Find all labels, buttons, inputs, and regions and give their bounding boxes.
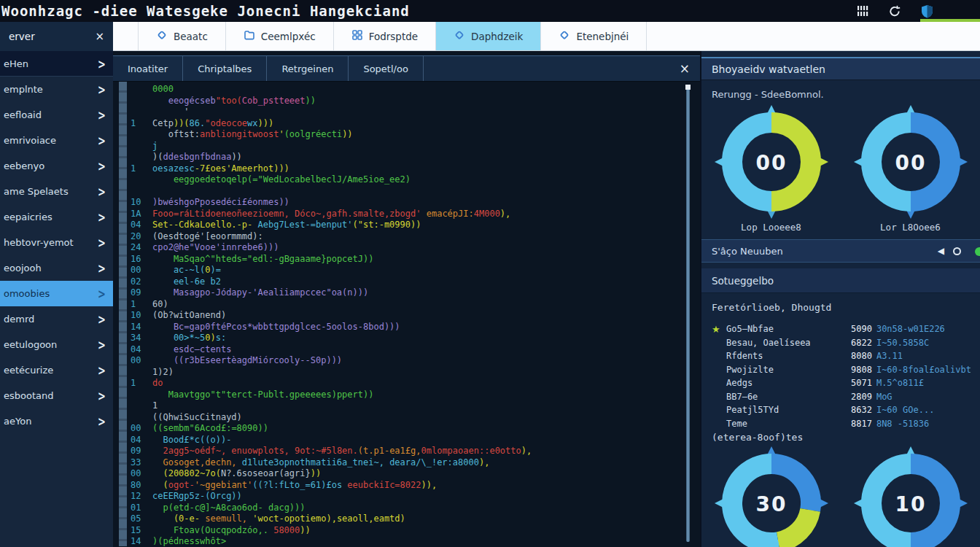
line-content: ac-~l(0)= xyxy=(152,265,221,276)
code-line: 10(Ob?witOanend) xyxy=(131,310,685,322)
line-number: 1 xyxy=(131,299,152,311)
line-content: Bood£*c((o))- xyxy=(152,435,231,446)
line-content: Masagpo-Jódapy-'Aealiiampccec"oa(n))) xyxy=(152,287,368,299)
line-content: 1 xyxy=(152,400,158,412)
code-gutter xyxy=(119,82,127,546)
sidebar-item-3[interactable]: eefloaid> xyxy=(0,102,113,128)
sidebar-item-8[interactable]: hebtovr-yemot> xyxy=(0,230,113,255)
code-line: 1AFooo=ráLtidoeneoñeezioemn, Dóco~,gafh.… xyxy=(131,209,685,220)
code-line: eeogécseb"too(Cob_pstteeet)) xyxy=(131,96,685,107)
line-number: 09 xyxy=(131,446,152,457)
gauge-cell-3: 30 xyxy=(701,445,841,547)
line-content: (200802~7o(N?.6soseoar(agri})) xyxy=(152,468,321,480)
toolbar-button-2[interactable]: Ceemlpxéc xyxy=(225,22,333,50)
circle-icon[interactable] xyxy=(953,247,961,255)
right-panel-title: Bhoyaeidv watvaetlen xyxy=(712,63,825,75)
code-line: 14)(pédnesswhôt> xyxy=(131,536,685,546)
detail-value: I~60 GOe... xyxy=(876,405,934,415)
code-lines: 0000 eeogécseb"too(Cob_pstteeet)) '1Cetp… xyxy=(131,84,685,546)
toolbar-buttons: BeaatcCeemlpxécFodrsptdeDaphdzeikEtenebj… xyxy=(138,22,647,50)
sidebar-item-9[interactable]: eoojooh> xyxy=(0,255,113,281)
detail-number: 2809 xyxy=(851,392,872,402)
line-number xyxy=(131,141,152,152)
server-label: erver xyxy=(9,31,35,42)
tab-4[interactable]: Sopetl/oo xyxy=(349,56,423,81)
line-number: 14 xyxy=(131,322,152,333)
code-line: 16 MaSqao^"hteds="edl:-gBgaaame}popcetJ)… xyxy=(131,254,685,265)
line-number: 01 xyxy=(131,503,152,514)
sidebar-item-4[interactable]: emrivoiace> xyxy=(0,128,113,153)
sidebar-item-11[interactable]: demrd> xyxy=(0,306,113,332)
line-content: Bc=gap0ftéPcos*wbbttgpdglcec-5oolos-8bod… xyxy=(152,322,400,333)
table-row: BB7—6e2809MoG xyxy=(701,390,980,404)
toolbar-button-3[interactable]: Fodrsptde xyxy=(333,22,435,50)
toolbar-button-4[interactable]: Daphdzeik xyxy=(435,22,540,50)
sidebar-item-7[interactable]: eepaicries> xyxy=(0,204,113,230)
refresh-icon[interactable] xyxy=(888,4,901,18)
detail-label: Rfdents xyxy=(701,351,851,361)
tab-1[interactable]: Inoatiter xyxy=(113,56,183,81)
line-number xyxy=(131,186,152,198)
toolbar-button-label: Fodrsptde xyxy=(369,31,418,42)
line-content: ceEERgp5z-(Orcg)) xyxy=(152,491,242,503)
server-close-button[interactable]: × xyxy=(95,30,104,43)
chevron-right-icon: > xyxy=(98,82,106,96)
line-content: Ftoav(Oucqpodzóo,. 58000)) xyxy=(152,525,311,537)
detail-number: 5090 xyxy=(851,324,872,334)
toolbar-button-label: Etenebjnéi xyxy=(576,31,629,42)
code-line: 04 Bood£*c((o))- xyxy=(131,435,685,446)
line-content: ' xyxy=(152,106,190,118)
gauge-1: 00 xyxy=(713,104,830,220)
line-number xyxy=(131,96,152,107)
code-line: )(ddesbgnfbdnaa)) xyxy=(131,152,685,163)
line-content: 2agg5~oédf~, enuowplots, 9ot:~#5l8en.(t.… xyxy=(152,446,532,457)
gauges-bottom: 3010 xyxy=(701,445,980,547)
sidebar-item-12[interactable]: eetulogoon> xyxy=(0,332,113,357)
detail-number: 5071 xyxy=(851,378,872,388)
triangle-left-icon[interactable]: ◀ xyxy=(938,246,944,256)
right-panel: Bhoyaeidv watvaetlen Rerungg - SdeeBomno… xyxy=(700,51,980,547)
line-number xyxy=(131,84,152,96)
shield-icon[interactable] xyxy=(920,4,933,18)
sidebar-item-14[interactable]: esbootand> xyxy=(0,383,113,408)
line-content: (Ob?witOanend) xyxy=(152,310,226,322)
gauge-label: Lor L8Ooee6 xyxy=(880,222,941,233)
sidebar-item-6[interactable]: ame Spelaets> xyxy=(0,179,113,204)
sidebar-item-1[interactable]: eHen> xyxy=(0,51,113,77)
tab-2[interactable]: Chriptalbes xyxy=(183,56,267,81)
toolbar-button-1[interactable]: Beaatc xyxy=(138,22,225,50)
sidebar-item-15[interactable]: aeYon> xyxy=(0,408,113,434)
line-number xyxy=(131,152,152,163)
tab-3[interactable]: Retrgeinen xyxy=(267,56,349,81)
table-row: ★Go5—Nbfae509030n58-w01E226 xyxy=(701,322,980,336)
sidebar-item-5[interactable]: eebenyo> xyxy=(0,153,113,179)
line-number: 14 xyxy=(131,536,152,546)
sidebar-item-label: eefloaid xyxy=(4,109,42,120)
editor: InoatiterChriptalbesRetrgeinenSopetl/oo×… xyxy=(113,51,700,547)
editor-scrollbar-thumb[interactable] xyxy=(685,85,691,90)
right-panel-header: Bhoyaeidv watvaetlen xyxy=(701,57,980,80)
sidebar-item-label: eHen xyxy=(4,58,28,69)
editor-tabs: InoatiterChriptalbesRetrgeinenSopetl/oo× xyxy=(113,55,700,82)
toolbar-button-5[interactable]: Etenebjnéi xyxy=(540,22,647,50)
sidebar-item-13[interactable]: eetécurize> xyxy=(0,357,113,383)
line-content: Set--CdkaLoello.-p- Aebg7Lest-=benput'("… xyxy=(152,220,421,231)
code-line: 14 Bc=gap0ftéPcos*wbbttgpdglcec-5oolos-8… xyxy=(131,322,685,333)
line-number: 16 xyxy=(131,254,152,265)
editor-scrollbar[interactable] xyxy=(686,85,690,542)
tab-close-button[interactable]: × xyxy=(680,61,690,76)
diamond-icon xyxy=(559,29,570,43)
code-line: ' xyxy=(131,106,685,118)
code-line: 1oesazesc-7£oes'Ameerhot))) xyxy=(131,163,685,175)
grid-icon[interactable] xyxy=(856,4,869,18)
sidebar-item-2[interactable]: emplnte> xyxy=(0,77,113,102)
line-number: 1A xyxy=(131,209,152,220)
sidebar-item-10[interactable]: omoobies> xyxy=(0,281,113,306)
line-number: 02 xyxy=(131,276,152,288)
line-content: oftst:anbliongitwoost'(oolgréecti)) xyxy=(152,129,353,141)
sidebar-item-label: omoobies xyxy=(4,288,50,299)
code-area[interactable]: 0000 eeogécseb"too(Cob_pstteeet)) '1Cetp… xyxy=(113,82,700,546)
code-line: 04 esdc—ctents xyxy=(131,344,685,356)
line-content: Maavtggo"t"terct-Publt.gpeeeees)ppert)) xyxy=(152,389,373,401)
line-number xyxy=(131,367,152,379)
